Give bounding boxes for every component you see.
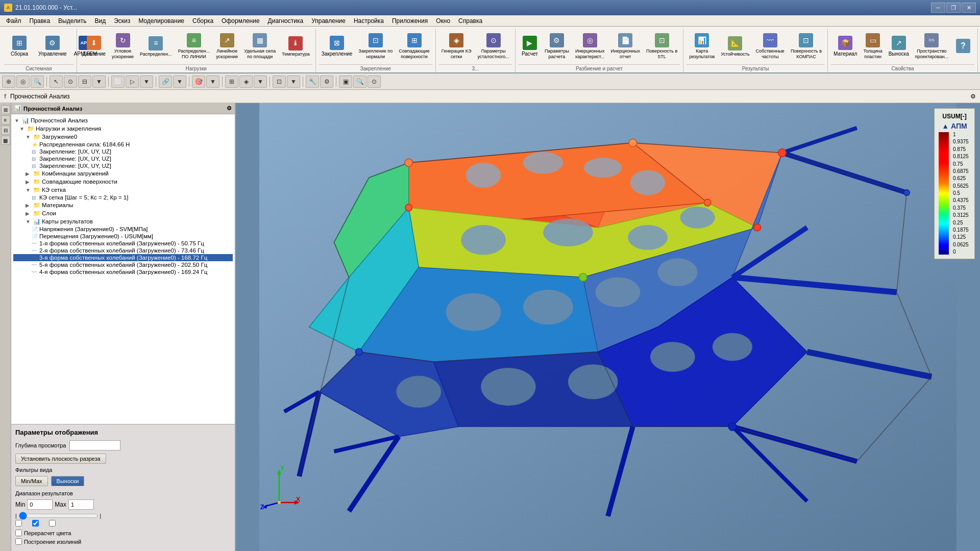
ribbon-btn-help[interactable]: ?	[952, 37, 974, 56]
toolbar-btn-13[interactable]: ▼	[206, 76, 219, 88]
minimize-button[interactable]: ─	[931, 3, 945, 13]
toolbar-btn-14[interactable]: ⊞	[225, 76, 238, 88]
toolbar-btn-17[interactable]: ⊡	[273, 76, 286, 88]
menu-window[interactable]: Окно	[432, 16, 454, 26]
menu-apps[interactable]: Приложения	[388, 16, 432, 26]
menu-assembly[interactable]: Сборка	[188, 16, 217, 26]
ribbon-btn-result-map[interactable]: 📊 Картарезультатов	[687, 31, 717, 62]
menu-view[interactable]: Вид	[90, 16, 110, 26]
ribbon-btn-constraint[interactable]: ⊠ Закрепление	[319, 34, 355, 59]
ribbon-btn-stl[interactable]: ⊡ Поверхность вSTL	[644, 31, 680, 62]
tree-item-fix1[interactable]: ⊟ Закрепление: [UX, UY, UZ]	[13, 148, 233, 155]
checkbox-1[interactable]	[15, 520, 22, 527]
depth-input[interactable]	[69, 440, 120, 450]
max-input[interactable]	[68, 499, 94, 510]
ribbon-btn-frequencies[interactable]: 〰 Собственныечастоты	[753, 31, 787, 62]
tree-item-mode4[interactable]: 〰 4-я форма собственных колебаний (Загру…	[13, 268, 233, 276]
toolbar-btn-2[interactable]: ◎	[16, 76, 30, 88]
isolines-checkbox[interactable]	[15, 538, 22, 545]
toolbar-btn-1[interactable]: ⊕	[2, 76, 15, 88]
left-icon-2[interactable]: ≡	[1, 115, 10, 124]
tree-item-mode5[interactable]: 〰 5-я форма собственных колебаний (Загру…	[13, 261, 233, 268]
tree-item-mode3[interactable]: 〰 3-я форма собственных колебаний (Загру…	[13, 254, 233, 261]
toolbar-btn-20[interactable]: ⚙	[320, 76, 333, 88]
ribbon-btn-dist[interactable]: ≡ Распределен...	[137, 34, 175, 59]
ribbon-btn-callout[interactable]: ↗ Выноска	[886, 34, 912, 59]
toolbar-btn-7[interactable]: ▼	[92, 76, 106, 88]
ribbon-btn-assembly[interactable]: ⊞ Сборка	[4, 34, 35, 59]
menu-edit[interactable]: Правка	[26, 16, 55, 26]
menu-file[interactable]: Файл	[2, 16, 26, 26]
panel-settings-icon[interactable]: ⚙	[227, 105, 232, 112]
menu-diagnostics[interactable]: Диагностика	[264, 16, 308, 26]
ribbon-btn-thickness[interactable]: ▭ Толщинапластин	[861, 31, 885, 62]
ribbon-btn-gen-mesh[interactable]: ◈ Генерация КЭсетки	[439, 31, 474, 62]
toolbar-btn-22[interactable]: 🔍	[353, 76, 366, 88]
close-button[interactable]: ✕	[962, 3, 976, 13]
min-input[interactable]	[27, 499, 53, 510]
tree-item-fix2[interactable]: ⊟ Закрепление: [UX, UY, UZ]	[13, 155, 233, 162]
callout-button[interactable]: Выноски	[51, 476, 85, 486]
tree-item-loads[interactable]: ▼ 📁 Нагрузки и закрепления	[13, 124, 233, 133]
menu-management[interactable]: Управление	[307, 16, 350, 26]
toolbar-btn-9b[interactable]: ▼	[140, 76, 153, 88]
ribbon-btn-linear[interactable]: ↗ Линейноеускорение	[213, 31, 240, 62]
toolbar-btn-16[interactable]: ▼	[254, 76, 267, 88]
tree-item-stress[interactable]: 📄 Напряжения (Загружение0) - SVM[МПа]	[13, 226, 233, 233]
ribbon-btn-stability[interactable]: 📐 Устойчивость	[718, 34, 752, 59]
toolbar-btn-4[interactable]: ↖	[50, 76, 63, 88]
tree-item-force[interactable]: ⚡ Распределенная сила: 6184.66 Н	[13, 141, 233, 148]
toolbar-btn-6[interactable]: ⊟	[78, 76, 91, 88]
range-slider[interactable]	[19, 512, 98, 520]
set-cut-plane-button[interactable]: Установить плоскость разреза	[15, 454, 106, 464]
menu-help[interactable]: Справка	[454, 16, 486, 26]
ribbon-btn-normal-constraint[interactable]: ⊡ Закрепление понормали	[356, 31, 395, 62]
menu-modeling[interactable]: Моделирование	[134, 16, 188, 26]
menu-sketch[interactable]: Эскиз	[110, 16, 134, 26]
left-icon-1[interactable]: ⊞	[1, 105, 10, 114]
toolbar-btn-19[interactable]: 🔧	[306, 76, 319, 88]
ribbon-btn-kompas[interactable]: ⊡ Поверхность вКОМПАС	[788, 31, 824, 62]
ribbon-btn-coincident[interactable]: ⊞ Совпадающиеповерхности	[396, 31, 432, 62]
toolbar-btn-12[interactable]: 🎯	[192, 76, 205, 88]
toolbar-btn-11[interactable]: ▼	[173, 76, 186, 88]
tree-item-materials[interactable]: ▶ 📁 Материалы	[13, 201, 233, 209]
ribbon-btn-line-force[interactable]: ≡ Распределен...ПО ЛИНИИ	[176, 31, 213, 62]
toolbar-btn-23[interactable]: ⊙	[368, 76, 381, 88]
ribbon-btn-temp[interactable]: 🌡 Температура	[279, 34, 312, 59]
tree-item-fix3[interactable]: ⊟ Закрепление: [UX, UY, UZ]	[13, 162, 233, 169]
ribbon-btn-calc[interactable]: ▶ Расчет	[519, 34, 541, 59]
tree-item-mode2[interactable]: 〰 2-я форма собственных колебаний (Загру…	[13, 247, 233, 254]
tree-item-mesh[interactable]: ▼ 📁 КЭ сетка	[13, 186, 233, 194]
ribbon-btn-fatigue[interactable]: ⊙ Параметрыусталостного...	[475, 31, 511, 62]
tree-item-combinations[interactable]: ▶ 📁 Комбинации загружений	[13, 169, 233, 178]
min-max-button[interactable]: Min/Max	[15, 476, 48, 486]
menu-settings[interactable]: Настройка	[350, 16, 388, 26]
ribbon-btn-pressure[interactable]: ⬇ Давление	[80, 34, 108, 59]
ribbon-btn-material[interactable]: 📦 Материал	[831, 34, 860, 59]
checkbox-2[interactable]	[32, 520, 39, 527]
tree-item-result-maps[interactable]: ▼ 📊 Карты результатов	[13, 217, 233, 226]
toolbar-btn-21[interactable]: ▣	[339, 76, 352, 88]
ribbon-btn-management[interactable]: ⚙ Управление	[36, 34, 69, 59]
menu-design[interactable]: Оформление	[217, 16, 263, 26]
left-icon-3[interactable]: ⊟	[1, 126, 10, 135]
viewport[interactable]: USUM[-] ▲ АПМ 1 0.9375 0.875 0.8125 0.75…	[236, 103, 980, 551]
ribbon-btn-angular[interactable]: ↻ Угловоеускорение	[109, 31, 136, 62]
recalc-checkbox[interactable]	[15, 530, 22, 536]
toolbar-btn-8[interactable]: ⬜	[111, 76, 125, 88]
tree-item-loading0[interactable]: ▼ 📁 Загружение0	[13, 133, 233, 141]
checkbox-3[interactable]	[49, 520, 56, 527]
ribbon-btn-inertia-report[interactable]: 📄 Инерционныхотчет	[608, 31, 643, 62]
left-icon-4[interactable]: ▦	[1, 136, 10, 145]
toolbar-btn-15[interactable]: ◈	[239, 76, 253, 88]
toolbar-btn-10[interactable]: 🔗	[159, 76, 172, 88]
ribbon-btn-inertia[interactable]: ◎ Инерционныххарактерист...	[573, 31, 607, 62]
tree-item-mesh-params[interactable]: ⊟ КЭ сетка [Шаг = 5; Кс = 2; Кр = 1]	[13, 194, 233, 201]
restore-button[interactable]: ❐	[946, 3, 961, 13]
tree-item-displacements[interactable]: 📄 Перемещения (Загружение0) - USUM[мм]	[13, 233, 233, 240]
tree-item-root[interactable]: ▼ 📊 Прочностной Анализ	[13, 116, 233, 124]
gear-settings[interactable]: ⚙	[970, 93, 976, 100]
tree-item-layers[interactable]: ▶ 📁 Слои	[13, 209, 233, 217]
tree-item-coincident[interactable]: ▶ 📁 Совпадающие поверхности	[13, 178, 233, 186]
